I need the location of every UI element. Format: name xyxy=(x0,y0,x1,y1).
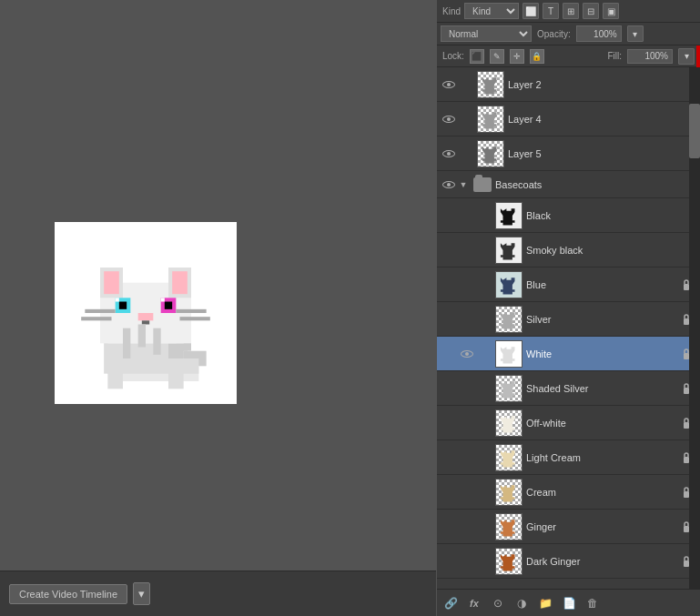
layer-name: Smoky black xyxy=(526,245,696,256)
layer-name: Black xyxy=(526,210,696,221)
adjustment-icon[interactable]: ◑ xyxy=(513,595,530,611)
layer-thumb xyxy=(495,548,522,575)
layer-thumb xyxy=(477,106,504,133)
scrollbar-thumb[interactable] xyxy=(689,104,700,158)
opacity-arrow[interactable]: ▾ xyxy=(627,25,644,42)
smart-icon[interactable]: ⊟ xyxy=(583,3,599,19)
kind-select[interactable]: Kind xyxy=(464,3,519,19)
layer-row[interactable]: Layer 4 xyxy=(437,102,700,136)
svg-rect-39 xyxy=(137,324,145,347)
svg-rect-27 xyxy=(164,301,171,308)
create-video-btn[interactable]: Create Video Timeline xyxy=(9,584,127,604)
layer-checkbox-area xyxy=(475,346,492,362)
svg-rect-40 xyxy=(153,328,160,354)
eye-visible[interactable] xyxy=(441,177,457,193)
lock-label: Lock: xyxy=(442,51,464,61)
layer-row[interactable]: Off-white xyxy=(437,406,700,440)
layer-checkbox-area xyxy=(475,242,492,258)
layer-checkbox-area xyxy=(475,519,492,535)
eye-visible[interactable] xyxy=(441,111,457,127)
layer-row[interactable]: Cream xyxy=(437,475,700,510)
kind-bar: Kind Kind ⬜ T ⊞ ⊟ ▣ xyxy=(437,0,700,23)
svg-rect-37 xyxy=(168,366,184,389)
layer-thumb xyxy=(495,340,522,368)
lock-position-btn[interactable]: ✎ xyxy=(490,49,504,64)
mask-icon[interactable]: ⊙ xyxy=(490,595,506,611)
layer-row[interactable]: Light Cream xyxy=(437,440,700,475)
eye-visible[interactable] xyxy=(459,346,475,362)
opacity-value[interactable]: 100% xyxy=(576,25,622,42)
layer-row[interactable]: Black xyxy=(437,198,700,233)
fill-value[interactable]: 100% xyxy=(627,49,673,64)
layer-checkbox-area xyxy=(475,484,492,500)
opacity-label: Opacity: xyxy=(537,29,571,39)
svg-rect-32 xyxy=(85,308,115,312)
eye-visible[interactable] xyxy=(441,76,457,93)
layer-row[interactable]: Shaded Silver xyxy=(437,371,700,406)
svg-rect-29 xyxy=(160,298,164,301)
layer-row[interactable]: Dark Ginger xyxy=(437,544,700,579)
eye-visible[interactable] xyxy=(441,146,457,162)
delete-icon[interactable]: 🗑 xyxy=(584,595,601,611)
blend-mode-select[interactable]: Normal xyxy=(441,25,532,42)
text-icon[interactable]: T xyxy=(543,3,559,19)
layer-name: Dark Ginger xyxy=(526,556,680,567)
layer-row[interactable]: Ginger xyxy=(437,510,700,544)
layer-thumb xyxy=(477,71,504,98)
eye-hidden xyxy=(459,242,475,258)
fill-label: Fill: xyxy=(607,51,622,61)
layer-row[interactable]: ▼Basecoats xyxy=(437,171,700,198)
layers-panel: Layer 2Layer 4Layer 5▼BasecoatsBlackSmok… xyxy=(437,67,700,589)
layer-name: Basecoats xyxy=(495,179,696,190)
layer-thumb xyxy=(477,140,504,167)
folder-icon[interactable]: 📁 xyxy=(537,595,553,611)
layer-name: Layer 2 xyxy=(508,79,696,90)
layer-checkbox-area xyxy=(475,415,492,431)
lock-pixels-btn[interactable]: ⬛ xyxy=(470,49,484,64)
shape-icon[interactable]: ⊞ xyxy=(563,3,579,19)
layer-checkbox-area xyxy=(457,146,473,162)
link-icon[interactable]: 🔗 xyxy=(442,595,459,611)
layer-checkbox-area xyxy=(457,76,473,93)
svg-rect-22 xyxy=(104,271,119,294)
eye-hidden xyxy=(459,207,475,224)
svg-rect-38 xyxy=(123,328,130,358)
layer-row[interactable]: Blue xyxy=(437,268,700,302)
layer-thumb xyxy=(495,444,522,471)
layer-name: Shaded Silver xyxy=(526,383,680,394)
layer-thumb xyxy=(495,202,522,229)
group-expand-arrow[interactable]: ▼ xyxy=(457,178,470,191)
fx-icon[interactable]: fx xyxy=(466,595,482,611)
canvas xyxy=(55,222,237,404)
layer-checkbox-area xyxy=(475,449,492,466)
svg-rect-17 xyxy=(115,358,198,374)
eye-hidden xyxy=(459,311,475,328)
kind-label: Kind xyxy=(442,6,461,16)
svg-rect-31 xyxy=(141,320,148,324)
layer-row[interactable]: Layer 5 xyxy=(437,136,700,171)
pixel-icon[interactable]: ⬜ xyxy=(522,3,539,19)
eye-hidden xyxy=(459,519,475,535)
scrollbar-track xyxy=(689,67,700,589)
video-icon[interactable]: ▣ xyxy=(603,3,619,19)
lock-artboard-btn[interactable]: ✛ xyxy=(510,49,524,64)
layer-name: Ginger xyxy=(526,521,680,532)
layer-name: Blue xyxy=(526,279,680,290)
layer-row[interactable]: Layer 2 xyxy=(437,67,700,102)
eye-hidden xyxy=(459,277,475,293)
lock-all-btn[interactable]: 🔒 xyxy=(530,49,544,64)
layer-checkbox-area xyxy=(475,207,492,224)
eye-hidden xyxy=(459,415,475,431)
layer-row[interactable]: Smoky black xyxy=(437,233,700,268)
timeline-dropdown-btn[interactable]: ▾ xyxy=(133,582,150,605)
layer-thumb xyxy=(495,306,522,333)
svg-rect-33 xyxy=(176,308,206,312)
svg-rect-30 xyxy=(137,313,153,320)
layer-row[interactable]: Silver xyxy=(437,302,700,337)
layer-thumb xyxy=(495,237,522,264)
layer-name: Layer 5 xyxy=(508,148,696,159)
layer-name: Layer 4 xyxy=(508,114,696,125)
new-layer-icon[interactable]: 📄 xyxy=(561,595,577,611)
fill-arrow[interactable]: ▾ xyxy=(678,48,695,65)
layer-row[interactable]: White xyxy=(437,337,700,371)
